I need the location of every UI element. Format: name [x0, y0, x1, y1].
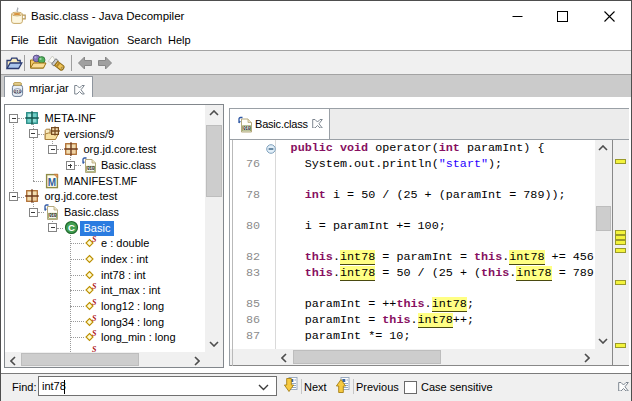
- svg-text:010: 010: [87, 166, 95, 171]
- svg-text:010: 010: [49, 213, 57, 218]
- svg-text:C: C: [68, 222, 75, 233]
- svg-text:S: S: [92, 298, 97, 307]
- svg-text:S: S: [92, 329, 97, 338]
- svg-text:010: 010: [243, 126, 251, 131]
- svg-text:S: S: [92, 314, 97, 323]
- svg-text:S: S: [92, 282, 97, 291]
- svg-text:M: M: [48, 177, 56, 188]
- svg-text:010: 010: [14, 88, 22, 93]
- svg-text:S: S: [92, 235, 97, 244]
